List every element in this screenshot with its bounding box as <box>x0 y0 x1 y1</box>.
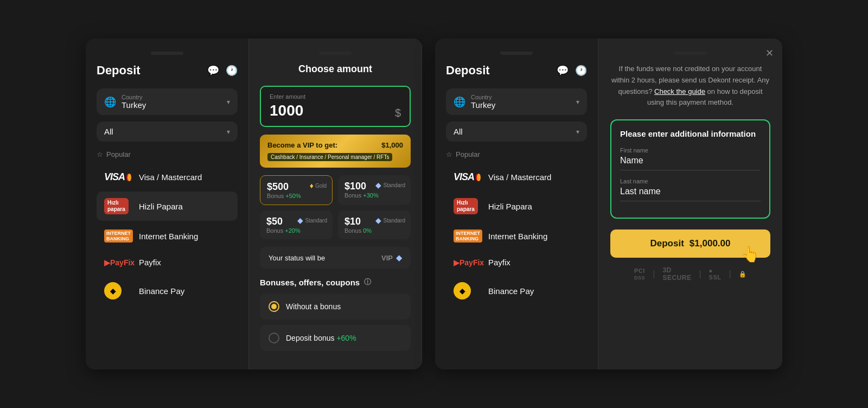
drag-handle-2 <box>319 52 352 55</box>
chevron-down-icon-2: ▾ <box>227 128 230 136</box>
inet-banking-logo: INTERNETBANKING <box>104 229 131 243</box>
left-sidebar: Deposit 💬 🕐 🌐 Country Turkey ▾ All <box>86 39 248 369</box>
payfix-logo: ▶PayFix <box>104 258 131 267</box>
diamond-icon-2: ◆ <box>297 216 303 225</box>
check-guide-link[interactable]: Check the guide <box>654 87 705 95</box>
cursor-icon: 👆 <box>741 245 760 263</box>
filter-dropdown[interactable]: All ▾ <box>97 122 238 142</box>
right-inet-label: Internet Banking <box>488 232 547 241</box>
bonus-card-label-4: Bonus 0% <box>344 227 404 234</box>
right-payment-item-inet[interactable]: INTERNETBANKING Internet Banking <box>446 223 587 249</box>
right-filter-dropdown[interactable]: All ▾ <box>446 122 587 142</box>
sidebar-title: Deposit <box>97 63 141 78</box>
payment-item-hizli[interactable]: Hızlıpapara Hizli Papara <box>97 192 238 221</box>
binance-label: Binance Pay <box>139 286 184 296</box>
right-payment-item-binance[interactable]: ◆ Binance Pay <box>446 276 587 306</box>
pci-dss-badge: PCIDSS <box>634 267 645 280</box>
choose-amount-panel: Choose amount Enter amount 1000 $ Become… <box>248 39 422 369</box>
close-button[interactable]: ✕ <box>765 47 774 59</box>
bonus-card-10[interactable]: $10 Bonus 0% ◆ Standard <box>338 211 411 239</box>
inet-label: Internet Banking <box>139 232 198 241</box>
popular-label: ☆ Popular <box>97 150 238 158</box>
amount-input-box[interactable]: Enter amount 1000 $ <box>260 86 411 127</box>
drag-handle-4 <box>674 52 707 55</box>
diamond-icon-3: ◆ <box>375 216 381 225</box>
bonus-card-50[interactable]: $50 Bonus +20% ◆ Standard <box>260 211 333 239</box>
hizli-papara-logo: Hızlıpapara <box>104 198 131 214</box>
badge-separator-3: | <box>729 269 731 279</box>
hizli-logo-text: Hızlıpapara <box>104 198 129 214</box>
chat-icon[interactable]: 💬 <box>207 65 219 76</box>
last-name-input[interactable]: Last name <box>620 187 761 201</box>
bonus-grid: $500 Bonus +50% ♦ Gold $100 Bonus +30% ◆… <box>260 175 411 239</box>
right-payfix-logo-text: ▶PayFix <box>454 258 484 267</box>
bonus-option-no-bonus[interactable]: Without a bonus <box>260 294 411 320</box>
payfix-label: Payfix <box>139 258 161 267</box>
status-bar-value: VIP ◆ <box>381 253 402 262</box>
right-sidebar-title: Deposit <box>446 63 490 78</box>
payment-item-visa[interactable]: VISA Visa / Mastercard <box>97 165 238 189</box>
bonus-card-tier-1: ♦ Gold <box>310 181 327 190</box>
history-icon[interactable]: 🕐 <box>226 65 238 76</box>
radio-inner-selected <box>271 304 277 309</box>
bonus-card-label-1: Bonus +50% <box>267 193 326 199</box>
visa-label: Visa / Mastercard <box>139 173 202 182</box>
radio-deposit-bonus <box>269 333 279 343</box>
drag-handle-3 <box>500 52 533 55</box>
right-payment-item-hizli[interactable]: Hızlıpapara Hizli Papara <box>446 192 587 221</box>
inet-logo-text: INTERNETBANKING <box>104 229 133 243</box>
bonus-card-label-2: Bonus +30% <box>344 192 404 199</box>
country-label: Country <box>122 94 146 100</box>
right-sidebar-icon-group: 💬 🕐 <box>557 65 587 76</box>
first-name-field-group: First name Name <box>620 147 761 170</box>
mc-orange-dot <box>127 174 131 181</box>
diamond-icon-1: ◆ <box>375 181 381 189</box>
bonus-card-100[interactable]: $100 Bonus +30% ◆ Standard <box>338 175 411 205</box>
sidebar-header: Deposit 💬 🕐 <box>97 63 238 78</box>
security-badges-row: PCIDSS | 3DSECURE | ●SSL | 🔒 <box>610 266 770 282</box>
payment-item-inet[interactable]: INTERNETBANKING Internet Banking <box>97 223 238 249</box>
right-visa-label: Visa / Mastercard <box>488 173 551 182</box>
amount-value[interactable]: 1000 <box>270 102 303 119</box>
right-country-dropdown-left: 🌐 Country Turkey <box>454 94 495 110</box>
payment-item-payfix[interactable]: ▶PayFix Payfix <box>97 251 238 273</box>
vip-banner[interactable]: Become a VIP to get: Cashback / Insuranc… <box>260 135 411 168</box>
deposit-button-amount: $1,000.00 <box>690 238 731 249</box>
right-sidebar-header: Deposit 💬 🕐 <box>446 63 587 78</box>
star-icon-2: ☆ <box>446 150 452 158</box>
chevron-down-icon-4: ▾ <box>576 128 579 136</box>
chat-icon-2[interactable]: 💬 <box>557 65 569 76</box>
right-country-dropdown[interactable]: 🌐 Country Turkey ▾ <box>446 88 587 115</box>
right-hizli-logo-text: Hızlıpapara <box>454 198 478 214</box>
bonus-card-500[interactable]: $500 Bonus +50% ♦ Gold <box>260 175 333 205</box>
lock-badge: 🔒 <box>739 271 747 278</box>
sidebar-icon-group: 💬 🕐 <box>207 65 238 76</box>
payment-item-binance[interactable]: ◆ Binance Pay <box>97 276 238 306</box>
payfix-logo-text: ▶PayFix <box>104 258 135 267</box>
globe-icon: 🌐 <box>104 96 116 108</box>
amount-input-left: Enter amount 1000 <box>270 93 305 119</box>
globe-icon-2: 🌐 <box>454 96 465 108</box>
right-visa-text: VISA <box>454 171 474 183</box>
info-icon[interactable]: ⓘ <box>364 277 371 287</box>
right-payment-item-payfix[interactable]: ▶PayFix Payfix <box>446 251 587 273</box>
ssl-badge: ●SSL <box>709 267 722 280</box>
right-payment-item-visa[interactable]: VISA Visa / Mastercard <box>446 165 587 189</box>
country-dropdown[interactable]: 🌐 Country Turkey ▾ <box>97 88 238 115</box>
bonus-option-deposit[interactable]: Deposit bonus +60% <box>260 325 411 351</box>
right-payfix-logo: ▶PayFix <box>454 258 481 267</box>
deposit-button-label: Deposit <box>650 238 684 249</box>
right-visa-mastercard-logo: VISA <box>454 171 481 183</box>
history-icon-2[interactable]: 🕐 <box>575 65 587 76</box>
last-name-label: Last name <box>620 178 761 184</box>
deposit-bonus-label: Deposit bonus +60% <box>286 334 356 342</box>
right-hizli-papara-logo: Hızlıpapara <box>454 198 481 214</box>
right-filter-value: All <box>454 127 463 136</box>
3d-secure-badge: 3DSECURE <box>662 266 691 282</box>
first-name-input[interactable]: Name <box>620 156 761 170</box>
deposit-button[interactable]: Deposit $1,000.00 👆 <box>610 229 770 258</box>
right-sidebar: Deposit 💬 🕐 🌐 Country Turkey ▾ All <box>435 39 598 369</box>
first-name-label: First name <box>620 147 761 154</box>
right-hizli-label: Hizli Papara <box>488 202 532 211</box>
choose-amount-title: Choose amount <box>260 63 411 75</box>
